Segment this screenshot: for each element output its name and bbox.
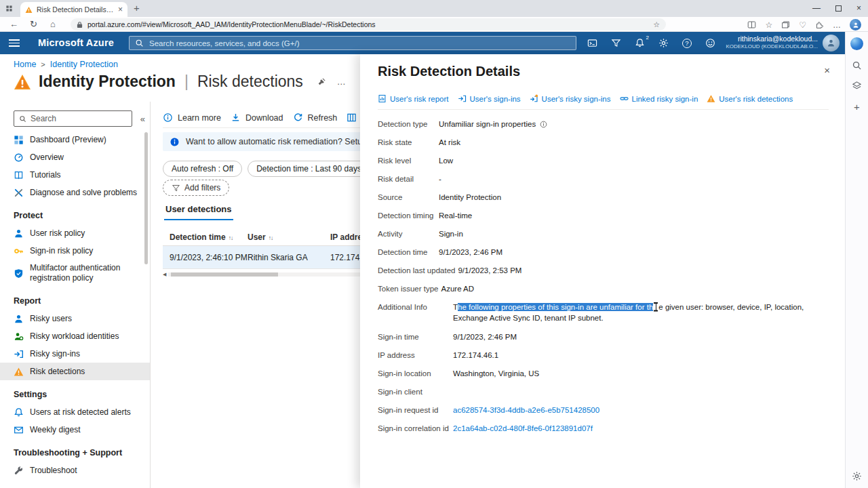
account-info[interactable]: rithinskaria@kodekloud... KODEKLOUD (KOD… (726, 35, 818, 51)
sidebar-item-troubleshoot[interactable]: Troubleshoot (0, 462, 150, 479)
window-maximize-button[interactable] (835, 5, 842, 12)
extensions-icon[interactable] (815, 20, 824, 29)
menu-search-box[interactable] (14, 110, 132, 127)
sidebar-item-risk-alerts[interactable]: Users at risk detected alerts (0, 403, 150, 421)
sidebar-section-report: Report (0, 287, 150, 310)
cloud-shell-icon[interactable] (587, 38, 597, 48)
filter-funnel-icon (172, 184, 180, 192)
bookmark-star-icon[interactable]: ☆ (653, 20, 660, 29)
menu-scrollbar-thumb[interactable] (144, 132, 148, 264)
browser-profile-avatar[interactable] (850, 19, 861, 30)
browser-essentials-icon[interactable]: ♡ (799, 20, 806, 30)
menu-search-input[interactable] (31, 114, 127, 123)
tab-close-icon[interactable]: × (118, 5, 123, 14)
menu-collapse-icon[interactable]: « (140, 114, 145, 124)
directories-filter-icon[interactable] (611, 38, 621, 48)
detection-time-filter-pill[interactable]: Detection time : Last 90 days (248, 161, 370, 177)
sidebar-item-risk-detections[interactable]: Risk detections (0, 363, 150, 380)
pin-icon[interactable] (317, 77, 326, 86)
download-button[interactable]: Download (231, 113, 283, 123)
users-risk-report-link[interactable]: User's risk report (378, 94, 449, 103)
edge-sidebar: + (845, 32, 868, 488)
users-signins-link[interactable]: User's sign-ins (458, 94, 521, 103)
sidebar-item-overview[interactable]: Overview (0, 148, 150, 166)
back-button[interactable]: ← (9, 19, 18, 30)
learn-more-button[interactable]: Learn more (163, 113, 221, 123)
field-source: Source Identity Protection (378, 192, 829, 202)
new-tab-button[interactable]: + (134, 2, 140, 14)
copilot-icon[interactable] (850, 37, 863, 50)
home-button[interactable]: ⌂ (50, 19, 56, 30)
window-minimize-button[interactable]: — (812, 3, 821, 13)
browser-favorites-icon[interactable]: ☆ (765, 20, 772, 30)
azure-brand[interactable]: Microsoft Azure (38, 37, 114, 48)
diagnose-tools-icon (14, 188, 24, 198)
field-risk-detail: Risk detail - (378, 174, 829, 184)
feedback-smiley-icon[interactable] (705, 38, 715, 48)
users-risky-signins-link[interactable]: User's risky sign-ins (530, 94, 611, 103)
global-search[interactable] (129, 36, 576, 50)
sidebar-item-label: Troubleshoot (30, 466, 77, 476)
user-icon (14, 228, 24, 239)
sidebar-item-diagnose[interactable]: Diagnose and solve problems (0, 184, 150, 201)
scrollbar-track[interactable] (168, 272, 361, 277)
horizontal-scrollbar[interactable]: ◀ (163, 272, 361, 277)
column-header-user[interactable]: User↑↓ (248, 232, 330, 242)
window-close-button[interactable]: × (856, 3, 861, 13)
linked-risky-signin-link[interactable]: Linked risky sign-in (620, 94, 698, 103)
browser-tab[interactable]: Risk Detection Details - Microsoft Azure… (20, 2, 127, 17)
sidebar-item-dashboard[interactable]: Dashboard (Preview) (0, 131, 150, 148)
info-circle-icon[interactable] (540, 121, 547, 128)
settings-gear-icon[interactable] (658, 38, 669, 48)
sidebar-settings-gear-icon[interactable] (846, 471, 868, 481)
sidebar-item-signin-risk-policy[interactable]: Sign-in risk policy (0, 242, 150, 260)
tab-title: Risk Detection Details - Microsoft Azure (37, 5, 114, 14)
sidebar-item-user-risk-policy[interactable]: User risk policy (0, 224, 150, 242)
add-filters-button[interactable]: Add filters (163, 180, 229, 196)
field-label: Risk level (378, 156, 439, 165)
sidebar-add-icon[interactable]: + (854, 101, 860, 113)
hamburger-menu-icon[interactable] (9, 39, 20, 47)
scroll-left-icon[interactable]: ◀ (163, 272, 166, 277)
column-header-detection-time[interactable]: Detection time↑↓ (163, 232, 248, 242)
field-value: - (439, 174, 441, 184)
field-label: Detection time (378, 247, 439, 257)
tab-actions-icon[interactable] (5, 5, 13, 12)
auto-refresh-filter-pill[interactable]: Auto refresh : Off (163, 161, 242, 177)
scrollbar-thumb[interactable] (171, 272, 278, 277)
sidebar-item-label: User risk policy (30, 228, 85, 239)
tab-user-detections[interactable]: User detections (164, 201, 233, 220)
field-label: Detection last updated (378, 266, 458, 275)
users-risk-detections-link[interactable]: User's risk detections (707, 94, 793, 103)
signin-correlation-id-link[interactable]: 2c1a64ab-c02d-480f-8fe6-0f123891d07f (453, 424, 593, 433)
field-label: Token issuer type (378, 284, 441, 293)
signin-request-id-link[interactable]: ac628574-3f3d-4ddb-a2e6-e5b751428500 (453, 405, 599, 415)
breadcrumb-home-link[interactable]: Home (14, 60, 36, 69)
sidebar-item-mfa-policy[interactable]: Multifactor authentication registration … (0, 260, 150, 287)
notifications-bell-icon[interactable]: 2 (635, 38, 645, 48)
field-label: Sign-in request id (378, 405, 453, 415)
sidebar-search-icon[interactable] (852, 60, 862, 70)
global-search-input[interactable] (149, 39, 570, 47)
field-label: Risk state (378, 138, 439, 147)
field-detection-last-updated: Detection last updated 9/1/2023, 2:53 PM (378, 266, 829, 275)
collections-icon[interactable] (781, 20, 790, 29)
sidebar-item-tutorials[interactable]: Tutorials (0, 166, 150, 184)
split-screen-icon[interactable] (747, 20, 756, 29)
sidebar-layers-icon[interactable] (852, 81, 862, 91)
sidebar-item-weekly-digest[interactable]: Weekly digest (0, 421, 150, 439)
refresh-button[interactable]: Refresh (293, 113, 338, 123)
wrench-icon (14, 466, 24, 476)
sidebar-item-risky-users[interactable]: Risky users (0, 310, 150, 327)
more-options-icon[interactable]: … (337, 77, 346, 87)
breadcrumb-current-link[interactable]: Identity Protection (50, 60, 118, 69)
refresh-icon (293, 113, 303, 123)
page-refresh-button[interactable]: ↻ (30, 19, 37, 30)
account-avatar[interactable] (823, 35, 840, 52)
address-bar[interactable]: portal.azure.com/#view/Microsoft_AAD_IAM… (71, 18, 666, 30)
sidebar-item-risky-workload-identities[interactable]: Risky workload identities (0, 327, 150, 345)
more-menu-icon[interactable]: … (833, 20, 841, 30)
panel-close-icon[interactable]: × (824, 64, 830, 76)
help-icon[interactable]: ? (682, 39, 692, 48)
sidebar-item-risky-signins[interactable]: Risky sign-ins (0, 345, 150, 363)
